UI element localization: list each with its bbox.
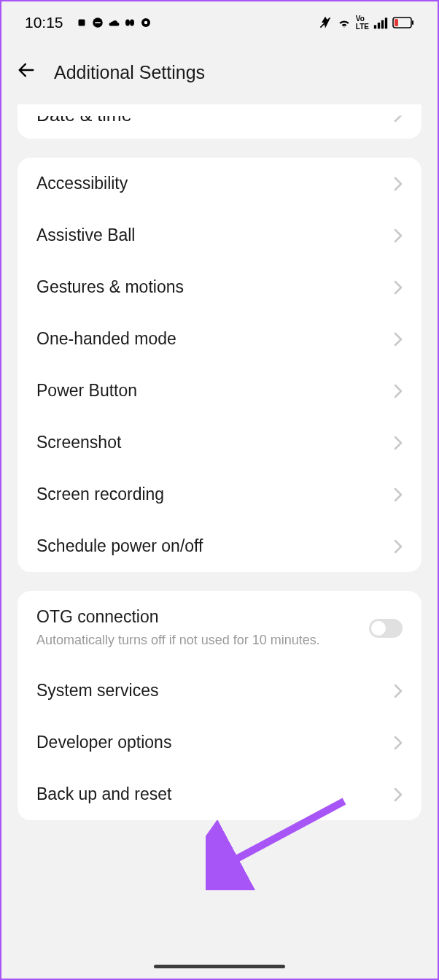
arrow-left-icon (16, 60, 36, 80)
svg-rect-14 (395, 19, 398, 26)
row-date-time[interactable]: Date & time (18, 104, 421, 139)
status-left: 10:15 (25, 14, 152, 31)
otg-subtitle: Automatically turns off if not used for … (36, 631, 357, 649)
row-label-assistive-ball: Assistive Ball (36, 225, 135, 245)
row-power-button[interactable]: Power Button (18, 365, 421, 417)
svg-rect-2 (95, 22, 101, 23)
row-label-accessibility: Accessibility (36, 174, 128, 193)
chevron-right-icon (394, 487, 403, 502)
row-system-services[interactable]: System services (18, 665, 421, 717)
back-button[interactable] (16, 60, 36, 85)
home-indicator[interactable] (154, 965, 285, 968)
chevron-right-icon (394, 684, 403, 698)
svg-point-4 (130, 20, 134, 26)
svg-point-6 (144, 21, 147, 25)
svg-rect-13 (412, 20, 413, 25)
circle-icon (139, 16, 152, 29)
battery-icon (392, 17, 414, 28)
row-screenshot[interactable]: Screenshot (18, 417, 421, 468)
row-label-developer-options: Developer options (36, 733, 171, 752)
otg-label: OTG connection (36, 607, 357, 627)
chevron-right-icon (394, 177, 403, 191)
row-label-system-services: System services (36, 681, 158, 701)
row-back-up-reset[interactable]: Back up and reset (18, 768, 421, 820)
svg-rect-10 (381, 20, 384, 29)
content: Date & time AccessibilityAssistive BallG… (1, 104, 438, 820)
chevron-right-icon (394, 228, 403, 243)
volte-icon: VoLTE (356, 15, 369, 31)
card-group2: OTG connection Automatically turns off i… (18, 591, 421, 820)
svg-rect-11 (385, 18, 387, 28)
chevron-right-icon (394, 280, 403, 295)
cloud-icon (107, 16, 120, 29)
status-time: 10:15 (25, 14, 63, 31)
page-title: Additional Settings (54, 62, 205, 83)
row-label-back-up-reset: Back up and reset (36, 784, 171, 804)
row-assistive-ball[interactable]: Assistive Ball (18, 209, 421, 261)
chevron-right-icon (394, 736, 403, 750)
wifi-icon (337, 15, 351, 30)
svg-rect-8 (374, 25, 376, 28)
card-group1: AccessibilityAssistive BallGestures & mo… (18, 158, 421, 572)
svg-rect-0 (78, 20, 85, 26)
dnd-icon (91, 16, 104, 29)
row-accessibility[interactable]: Accessibility (18, 158, 421, 209)
row-label-screenshot: Screenshot (36, 433, 121, 452)
header: Additional Settings (1, 42, 438, 106)
svg-point-3 (125, 20, 130, 26)
chevron-right-icon (394, 108, 403, 123)
alarm-icon (75, 16, 88, 29)
row-screen-recording[interactable]: Screen recording (18, 468, 421, 520)
chevron-right-icon (394, 332, 403, 347)
toggle-knob (371, 621, 386, 636)
row-label-date-time: Date & time (36, 104, 132, 126)
row-label-screen-recording: Screen recording (36, 485, 164, 504)
chevron-right-icon (394, 384, 403, 398)
status-right: VoLTE (318, 15, 414, 31)
pill-icon (123, 16, 136, 29)
svg-rect-9 (378, 23, 380, 28)
signal-icon (373, 16, 388, 29)
row-schedule-power[interactable]: Schedule power on/off (18, 520, 421, 572)
row-one-handed-mode[interactable]: One-handed mode (18, 313, 421, 365)
row-label-power-button: Power Button (36, 381, 137, 401)
chevron-right-icon (394, 539, 403, 554)
row-developer-options[interactable]: Developer options (18, 717, 421, 768)
row-gestures-motions[interactable]: Gestures & motions (18, 261, 421, 313)
row-label-one-handed-mode: One-handed mode (36, 329, 176, 349)
status-bar: 10:15 VoLTE (1, 1, 438, 42)
otg-toggle[interactable] (369, 619, 403, 638)
status-icons-left (75, 16, 152, 29)
row-otg-connection[interactable]: OTG connection Automatically turns off i… (18, 591, 421, 665)
otg-text-block: OTG connection Automatically turns off i… (36, 607, 369, 649)
row-label-gestures-motions: Gestures & motions (36, 277, 184, 297)
row-label-schedule-power: Schedule power on/off (36, 536, 203, 556)
chevron-right-icon (394, 787, 403, 802)
card-partial: Date & time (18, 104, 421, 139)
chevron-right-icon (394, 436, 403, 450)
mute-icon (318, 15, 333, 30)
